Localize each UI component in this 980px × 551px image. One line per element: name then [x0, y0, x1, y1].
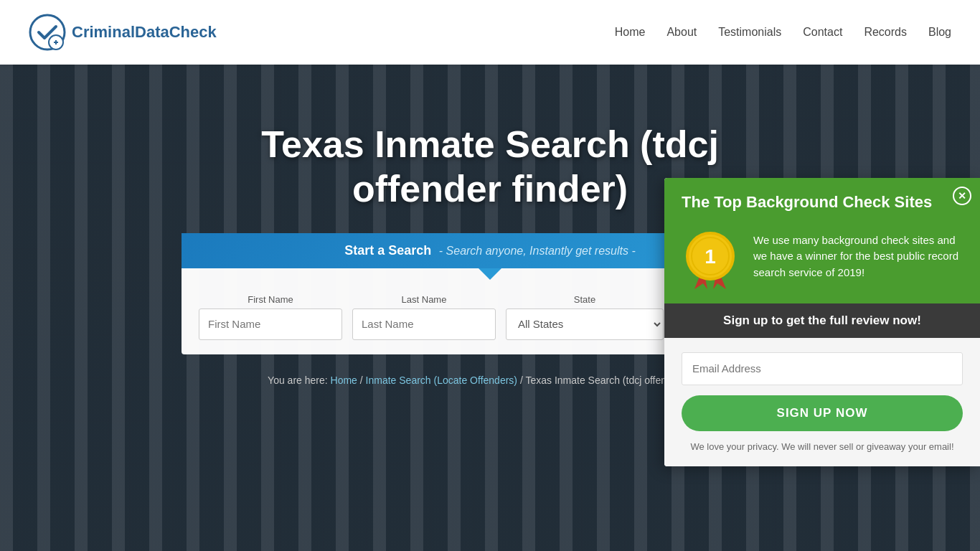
logo[interactable]: CriminalDataCheck [29, 14, 217, 51]
breadcrumb-inmate[interactable]: Inmate Search (Locate Offenders) [366, 375, 517, 386]
nav-contact[interactable]: Contact [803, 26, 842, 39]
nav-records[interactable]: Records [864, 26, 907, 39]
popup-header: ✕ The Top Background Check Sites [664, 178, 980, 225]
popup-signup-bar: Sign up to get the full review now! [664, 303, 980, 338]
nav-about[interactable]: About [666, 26, 697, 39]
nav-blog[interactable]: Blog [928, 26, 951, 39]
medal-icon: 1 [682, 225, 739, 289]
logo-icon [29, 14, 66, 51]
popup-medal-area: 1 We use many background check sites and… [664, 225, 980, 303]
popup-email-input[interactable] [682, 352, 963, 385]
search-label-italic: - Search anyone, Instantly get results - [439, 245, 636, 257]
state-select[interactable]: All States [506, 309, 664, 340]
popup-privacy-text: We love your privacy. We will never sell… [682, 441, 963, 452]
breadcrumb-sep1: / [360, 375, 366, 386]
breadcrumb-home[interactable]: Home [331, 375, 357, 386]
state-group: State All States [506, 294, 664, 340]
nav-testimonials[interactable]: Testimonials [718, 26, 781, 39]
popup-description: We use many background check sites and w… [753, 232, 963, 281]
search-label-bold: Start a Search [344, 243, 431, 258]
popup: ✕ The Top Background Check Sites 1 We us… [664, 178, 980, 466]
last-name-input[interactable] [352, 309, 496, 340]
popup-close-button[interactable]: ✕ [953, 187, 971, 205]
first-name-input[interactable] [199, 309, 342, 340]
last-name-group: Last Name [352, 294, 496, 340]
popup-signup-bar-text: Sign up to get the full review now! [723, 314, 921, 327]
last-name-label: Last Name [352, 294, 496, 305]
breadcrumb-prefix: You are here: [268, 375, 330, 386]
logo-text: CriminalDataCheck [72, 23, 217, 42]
first-name-group: First Name [199, 294, 342, 340]
search-arrow [479, 268, 501, 280]
popup-signup-button[interactable]: SIGN UP NOW [682, 395, 963, 431]
site-header: CriminalDataCheck Home About Testimonial… [0, 0, 980, 65]
popup-body: SIGN UP NOW We love your privacy. We wil… [664, 338, 980, 466]
state-label: State [506, 294, 664, 305]
popup-title: The Top Background Check Sites [682, 192, 963, 213]
svg-text:1: 1 [705, 245, 716, 268]
first-name-label: First Name [199, 294, 342, 305]
nav-home[interactable]: Home [615, 26, 646, 39]
main-nav: Home About Testimonials Contact Records … [615, 26, 951, 39]
